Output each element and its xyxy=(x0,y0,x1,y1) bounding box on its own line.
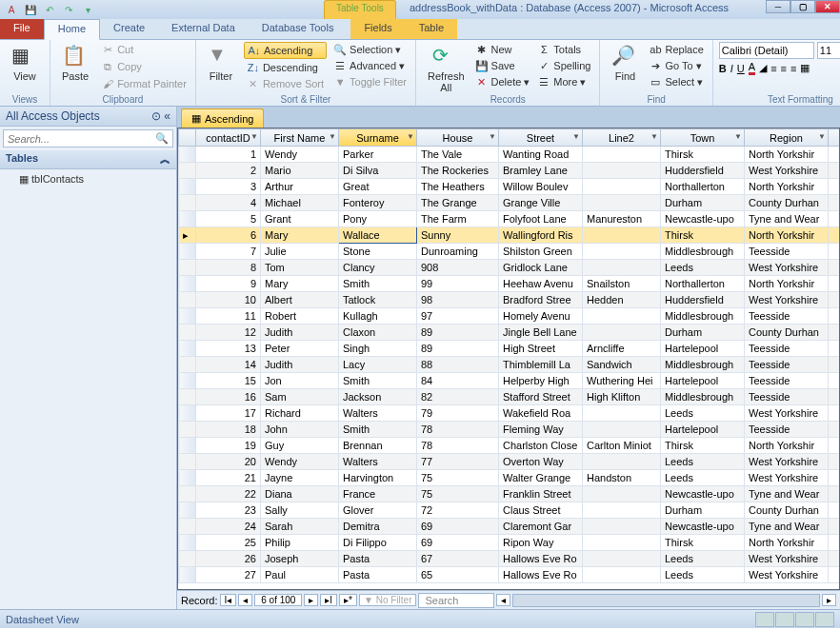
table-row[interactable]: 9MarySmith99Heehaw AvenuSnailstonNorthal… xyxy=(179,276,840,292)
cell[interactable]: Carlton Miniot xyxy=(583,438,661,454)
cell[interactable]: Clancy xyxy=(339,260,417,276)
row-selector[interactable] xyxy=(179,502,196,519)
cell[interactable]: 9 xyxy=(196,276,261,292)
cell[interactable]: Helperby High xyxy=(499,373,583,389)
goto-button[interactable]: ➔Go To ▾ xyxy=(646,58,706,73)
cell[interactable]: North Yorkshir xyxy=(745,147,829,163)
cell[interactable]: Durham xyxy=(661,502,745,519)
cell[interactable] xyxy=(583,325,661,341)
row-selector[interactable] xyxy=(179,211,196,227)
cell[interactable]: Middlesbrough xyxy=(661,244,745,260)
cell[interactable]: West Yorkshire xyxy=(745,454,829,470)
cell[interactable]: Newcastle-upo xyxy=(661,211,745,227)
cell[interactable]: Huddersfield xyxy=(661,292,745,308)
cell[interactable]: North Yorkshir xyxy=(745,535,829,551)
cell[interactable] xyxy=(583,486,661,502)
row-selector[interactable]: ▸ xyxy=(179,227,196,244)
cell[interactable]: 20 xyxy=(196,454,261,470)
cell[interactable]: Grange Ville xyxy=(499,195,583,211)
cell[interactable]: 65 xyxy=(417,567,499,583)
cell[interactable]: Hedden xyxy=(583,292,661,308)
cell[interactable]: 78 xyxy=(417,438,499,454)
cell[interactable]: Stone xyxy=(339,244,417,260)
cell[interactable]: Judith xyxy=(261,357,339,373)
underline-button[interactable]: U xyxy=(737,63,745,74)
paste-button[interactable]: 📋 Paste xyxy=(56,42,94,84)
cell[interactable]: Teesside xyxy=(745,357,829,373)
cell[interactable]: Mary xyxy=(261,227,339,244)
cell[interactable] xyxy=(583,163,661,179)
cell[interactable]: 15 xyxy=(196,373,261,389)
filter-dropdown-icon[interactable]: ▼ xyxy=(489,132,496,141)
table-row[interactable]: 8TomClancy908Gridlock LaneLeedsWest York… xyxy=(179,260,840,276)
select-all[interactable] xyxy=(179,129,196,147)
align-center-icon[interactable]: ≡ xyxy=(781,63,787,74)
cell[interactable]: County Durhan xyxy=(745,325,829,341)
cell[interactable]: 72 xyxy=(417,502,499,519)
row-selector[interactable] xyxy=(179,519,196,535)
cell[interactable]: Charlston Close xyxy=(499,438,583,454)
qat-more-icon[interactable]: ▾ xyxy=(80,2,95,17)
row-selector[interactable] xyxy=(179,195,196,211)
filter-dropdown-icon[interactable]: ▼ xyxy=(734,132,742,141)
cell[interactable]: 26 xyxy=(196,551,261,567)
table-row[interactable]: 13PeterSingh89High StreetArncliffeHartel… xyxy=(179,341,840,357)
cell[interactable]: Middlesbrough xyxy=(661,389,745,405)
cell[interactable]: Newcastle-upo xyxy=(661,486,745,502)
cell[interactable]: Durham xyxy=(661,325,745,341)
cell[interactable]: 22 xyxy=(196,486,261,502)
cell[interactable]: Philip xyxy=(261,535,339,551)
cell[interactable]: 3 xyxy=(196,179,261,195)
table-row[interactable]: 5GrantPonyThe FarmFolyfoot LaneManuresto… xyxy=(179,211,840,227)
cell[interactable] xyxy=(583,405,661,422)
search-input[interactable] xyxy=(4,130,151,147)
cell[interactable]: Wakefield Roa xyxy=(499,405,583,422)
cell[interactable]: Claus Street xyxy=(499,502,583,519)
cell[interactable]: 69 xyxy=(417,535,499,551)
cell[interactable]: Ripon Way xyxy=(499,535,583,551)
filter-button[interactable]: ▼ Filter xyxy=(202,42,240,84)
cell[interactable]: Robert xyxy=(261,308,339,325)
cell[interactable]: 14 xyxy=(196,357,261,373)
cell[interactable]: Northallerton xyxy=(661,276,745,292)
table-row[interactable]: 11RobertKullagh97Homely AvenuMiddlesbrou… xyxy=(179,308,840,325)
cell[interactable]: Leeds xyxy=(661,551,745,567)
cell[interactable]: Julie xyxy=(261,244,339,260)
cell[interactable]: 82 xyxy=(417,389,499,405)
row-selector[interactable] xyxy=(179,308,196,325)
cell[interactable]: Leeds xyxy=(661,470,745,486)
last-record-button[interactable]: ▸I xyxy=(320,594,337,606)
cell[interactable]: Thimblemill La xyxy=(499,357,583,373)
row-selector[interactable] xyxy=(179,454,196,470)
format-painter-button[interactable]: 🖌Format Painter xyxy=(98,76,190,91)
table-row[interactable]: 3ArthurGreatThe HeathersWillow BoulevNor… xyxy=(179,179,840,195)
view-button[interactable]: ▦ View xyxy=(6,42,44,84)
file-tab[interactable]: File xyxy=(0,19,44,39)
cell[interactable]: Bramley Lane xyxy=(499,163,583,179)
column-header[interactable]: Line2▼ xyxy=(583,129,661,147)
filter-dropdown-icon[interactable]: ▼ xyxy=(650,132,658,141)
find-button[interactable]: 🔎 Find xyxy=(606,42,644,84)
row-selector[interactable] xyxy=(179,244,196,260)
cell[interactable]: 2 xyxy=(196,163,261,179)
cell[interactable]: 97 xyxy=(417,308,499,325)
row-selector[interactable] xyxy=(179,438,196,454)
cell[interactable]: Claxon xyxy=(339,325,417,341)
cell[interactable]: 78 xyxy=(417,422,499,438)
cell[interactable]: Jon xyxy=(261,373,339,389)
row-selector[interactable] xyxy=(179,486,196,502)
cell[interactable]: 23 xyxy=(196,502,261,519)
cell[interactable]: Wendy xyxy=(261,147,339,163)
cell[interactable]: Sarah xyxy=(261,519,339,535)
totals-button[interactable]: ΣTotals xyxy=(534,42,593,57)
cell[interactable]: Shilston Green xyxy=(499,244,583,260)
view-other-button[interactable] xyxy=(795,612,814,627)
chevron-left-icon[interactable]: ⊙ « xyxy=(151,109,170,123)
cell[interactable]: Tyne and Wear xyxy=(745,486,829,502)
add-column[interactable] xyxy=(829,129,840,147)
cell[interactable]: Thirsk xyxy=(661,535,745,551)
cell[interactable]: 7 xyxy=(196,244,261,260)
nav-search[interactable]: 🔍 xyxy=(3,129,173,148)
cell[interactable]: Fonteroy xyxy=(339,195,417,211)
cell[interactable]: Wallingford Ris xyxy=(499,227,583,244)
